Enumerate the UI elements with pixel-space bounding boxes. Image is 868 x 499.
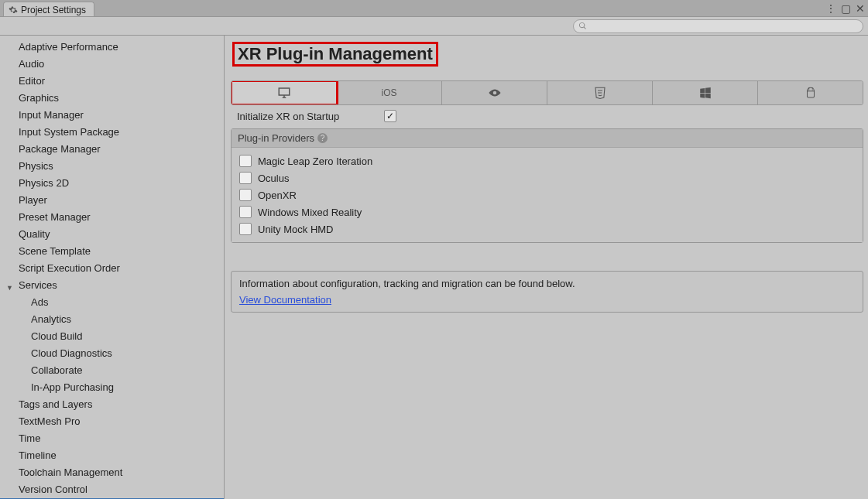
sidebar-item-label: Audio [19,58,44,70]
sidebar-item-adaptive-performance[interactable]: Adaptive Performance [0,39,224,56]
help-icon[interactable]: ? [317,133,328,143]
sidebar-item-ads[interactable]: Ads [0,294,224,311]
info-text: Information about configuration, trackin… [239,278,855,289]
monitor-icon [277,86,291,100]
sidebar-item-services[interactable]: ▼Services [0,277,224,294]
sidebar-item-label: Timeline [19,449,57,461]
search-icon [578,22,587,30]
tab-standalone[interactable] [232,81,337,104]
provider-label: Windows Mixed Reality [258,207,362,218]
sidebar-item-label: Toolchain Management [19,467,122,478]
sidebar-item-toolchain-management[interactable]: Toolchain Management [0,464,224,481]
sidebar-item-label: Collaborate [31,364,83,376]
sidebar-item-editor[interactable]: Editor [0,73,224,90]
sidebar-item-analytics[interactable]: Analytics [0,311,224,328]
maximize-icon[interactable]: ▢ [841,2,851,15]
info-box: Information about configuration, trackin… [231,271,863,313]
eye-icon [488,86,502,100]
tab-ios[interactable]: iOS [337,81,442,104]
sidebar-item-graphics[interactable]: Graphics [0,90,224,107]
provider-label: Oculus [258,173,289,184]
sidebar-item-scene-template[interactable]: Scene Template [0,243,224,260]
android-icon [804,86,818,100]
sidebar-item-label: Script Execution Order [19,262,120,274]
sidebar-item-physics-2d[interactable]: Physics 2D [0,175,224,192]
tab-webgl[interactable] [547,81,653,104]
provider-row: Magic Leap Zero Iteration [235,152,859,169]
sidebar-item-preset-manager[interactable]: Preset Manager [0,209,224,226]
title-bar: Project Settings ⋮ ▢ ✕ [0,0,868,17]
tab-lumin[interactable] [442,81,547,104]
sidebar-item-label: Version Control [19,484,87,495]
initialize-xr-row: Initialize XR on Startup ✓ [231,105,863,127]
gear-icon [9,5,18,15]
provider-checkbox[interactable] [239,189,252,201]
provider-checkbox[interactable] [239,223,252,235]
initialize-xr-checkbox[interactable]: ✓ [384,110,396,122]
provider-checkbox[interactable] [239,206,252,218]
provider-checkbox[interactable] [239,155,252,167]
sidebar-item-label: Package Manager [19,143,101,155]
providers-header-label: Plug-in Providers [238,132,314,144]
sidebar-item-quality[interactable]: Quality [0,226,224,243]
sidebar-item-label: Cloud Build [31,330,83,342]
provider-label: Magic Leap Zero Iteration [258,156,372,167]
provider-label: OpenXR [258,190,297,201]
sidebar-item-audio[interactable]: Audio [0,56,224,73]
provider-row: Unity Mock HMD [235,220,859,238]
sidebar-item-label: Ads [31,296,48,308]
sidebar-item-input-system-package[interactable]: Input System Package [0,124,224,141]
sidebar-item-textmesh-pro[interactable]: TextMesh Pro [0,413,224,430]
sidebar-item-version-control[interactable]: Version Control [0,481,224,498]
sidebar-item-collaborate[interactable]: Collaborate [0,362,224,379]
sidebar-item-label: Adaptive Performance [19,41,118,53]
provider-checkbox[interactable] [239,172,252,184]
sidebar-item-label: Player [19,194,47,206]
sidebar-item-label: Graphics [19,92,59,104]
more-icon[interactable]: ⋮ [825,2,836,15]
content-panel: XR Plug-in Management iOS Initialize XR … [225,36,868,499]
sidebar-item-label: Preset Manager [19,211,91,223]
sidebar-item-label: Tags and Layers [19,398,92,410]
sidebar-item-time[interactable]: Time [0,430,224,447]
providers-list: Magic Leap Zero Iteration Oculus OpenXR … [232,148,863,242]
provider-row: Windows Mixed Reality [235,203,859,220]
provider-row: Oculus [235,169,859,186]
close-icon[interactable]: ✕ [856,2,865,15]
search-input[interactable] [573,19,863,33]
sidebar-item-input-manager[interactable]: Input Manager [0,107,224,124]
settings-sidebar: Adaptive Performance Audio Editor Graphi… [0,36,225,499]
window-tab[interactable]: Project Settings [3,2,94,16]
provider-label: Unity Mock HMD [258,224,334,235]
sidebar-item-label: Input Manager [19,109,84,121]
html5-icon [593,86,607,100]
sidebar-item-cloud-diagnostics[interactable]: Cloud Diagnostics [0,345,224,362]
sidebar-item-label: Input System Package [19,126,119,138]
search-row [0,17,868,36]
sidebar-item-player[interactable]: Player [0,192,224,209]
sidebar-item-label: In-App Purchasing [31,381,114,393]
page-title: XR Plug-in Management [232,42,438,67]
svg-point-0 [808,89,809,90]
providers-header: Plug-in Providers ? [232,129,863,148]
chevron-down-icon: ▼ [6,281,13,295]
window-controls: ⋮ ▢ ✕ [825,0,865,17]
sidebar-item-script-execution-order[interactable]: Script Execution Order [0,260,224,277]
sidebar-item-cloud-build[interactable]: Cloud Build [0,328,224,345]
sidebar-item-package-manager[interactable]: Package Manager [0,141,224,158]
sidebar-item-label: Quality [19,228,50,240]
providers-section: Plug-in Providers ? Magic Leap Zero Iter… [231,128,863,243]
svg-point-1 [811,89,812,90]
sidebar-item-tags-and-layers[interactable]: Tags and Layers [0,396,224,413]
sidebar-item-timeline[interactable]: Timeline [0,447,224,464]
sidebar-item-label: Scene Template [19,245,91,257]
sidebar-item-in-app-purchasing[interactable]: In-App Purchasing [0,379,224,396]
tab-windows[interactable] [653,81,758,104]
provider-row: OpenXR [235,186,859,203]
sidebar-item-label: Physics 2D [19,177,69,189]
view-documentation-link[interactable]: View Documentation [239,294,331,306]
sidebar-item-label: Services [19,279,57,291]
tab-android[interactable] [758,81,863,104]
sidebar-item-physics[interactable]: Physics [0,158,224,175]
window-title: Project Settings [21,5,86,15]
